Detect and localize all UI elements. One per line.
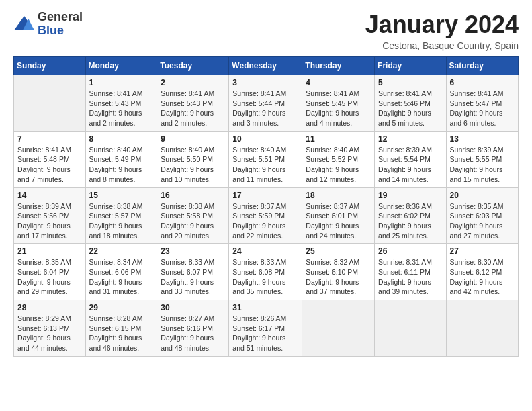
day-cell: 27Sunrise: 8:30 AM Sunset: 6:12 PM Dayli… — [446, 244, 518, 300]
day-cell — [375, 300, 447, 357]
day-info: Sunrise: 8:34 AM Sunset: 6:06 PM Dayligh… — [89, 257, 154, 297]
day-number: 1 — [89, 78, 154, 87]
day-number: 27 — [450, 246, 515, 256]
day-cell: 5Sunrise: 8:41 AM Sunset: 5:46 PM Daylig… — [375, 75, 447, 132]
day-number: 31 — [232, 303, 298, 312]
day-cell: 20Sunrise: 8:35 AM Sunset: 6:03 PM Dayli… — [446, 187, 518, 244]
day-cell: 25Sunrise: 8:32 AM Sunset: 6:10 PM Dayli… — [302, 244, 375, 300]
day-cell: 11Sunrise: 8:40 AM Sunset: 5:52 PM Dayli… — [302, 131, 375, 187]
day-number: 18 — [306, 191, 371, 200]
day-number: 16 — [161, 191, 225, 200]
day-number: 14 — [17, 191, 82, 200]
page-header: General Blue January 2024 Cestona, Basqu… — [13, 11, 519, 51]
day-cell: 17Sunrise: 8:37 AM Sunset: 5:59 PM Dayli… — [229, 187, 302, 244]
day-cell: 15Sunrise: 8:38 AM Sunset: 5:57 PM Dayli… — [85, 187, 157, 244]
header-cell-friday: Friday — [375, 57, 447, 75]
day-cell: 30Sunrise: 8:27 AM Sunset: 6:16 PM Dayli… — [157, 300, 229, 357]
day-number: 10 — [232, 134, 298, 144]
calendar-body: 1Sunrise: 8:41 AM Sunset: 5:43 PM Daylig… — [14, 75, 519, 357]
day-number: 30 — [161, 303, 225, 312]
logo-icon — [13, 13, 35, 35]
day-number: 2 — [161, 78, 225, 87]
day-cell: 10Sunrise: 8:40 AM Sunset: 5:51 PM Dayli… — [229, 131, 302, 187]
day-info: Sunrise: 8:28 AM Sunset: 6:15 PM Dayligh… — [89, 314, 154, 353]
day-cell: 18Sunrise: 8:37 AM Sunset: 6:01 PM Dayli… — [302, 187, 375, 244]
day-info: Sunrise: 8:27 AM Sunset: 6:16 PM Dayligh… — [161, 314, 225, 353]
day-cell: 16Sunrise: 8:38 AM Sunset: 5:58 PM Dayli… — [157, 187, 229, 244]
location: Cestona, Basque Country, Spain — [365, 40, 519, 51]
day-cell: 13Sunrise: 8:39 AM Sunset: 5:55 PM Dayli… — [446, 131, 518, 187]
day-cell: 26Sunrise: 8:31 AM Sunset: 6:11 PM Dayli… — [375, 244, 447, 300]
day-info: Sunrise: 8:40 AM Sunset: 5:49 PM Dayligh… — [89, 145, 154, 185]
week-row-3: 14Sunrise: 8:39 AM Sunset: 5:56 PM Dayli… — [14, 187, 519, 244]
day-info: Sunrise: 8:36 AM Sunset: 6:02 PM Dayligh… — [378, 201, 443, 241]
day-cell — [446, 300, 518, 357]
day-number: 6 — [450, 78, 515, 87]
day-info: Sunrise: 8:38 AM Sunset: 5:57 PM Dayligh… — [89, 201, 154, 241]
logo-blue-text: Blue — [38, 24, 83, 38]
day-number: 19 — [378, 191, 443, 200]
week-row-4: 21Sunrise: 8:35 AM Sunset: 6:04 PM Dayli… — [14, 244, 519, 300]
day-info: Sunrise: 8:33 AM Sunset: 6:08 PM Dayligh… — [232, 257, 298, 297]
day-number: 8 — [89, 134, 154, 144]
calendar-header: SundayMondayTuesdayWednesdayThursdayFrid… — [14, 57, 519, 75]
day-number: 13 — [450, 134, 515, 144]
day-info: Sunrise: 8:41 AM Sunset: 5:45 PM Dayligh… — [306, 89, 371, 128]
day-number: 21 — [17, 246, 82, 256]
day-number: 3 — [232, 78, 298, 87]
week-row-1: 1Sunrise: 8:41 AM Sunset: 5:43 PM Daylig… — [14, 75, 519, 132]
day-info: Sunrise: 8:35 AM Sunset: 6:03 PM Dayligh… — [450, 201, 515, 241]
logo-text: General Blue — [38, 11, 83, 38]
day-cell: 28Sunrise: 8:29 AM Sunset: 6:13 PM Dayli… — [14, 300, 86, 357]
day-cell: 7Sunrise: 8:41 AM Sunset: 5:48 PM Daylig… — [14, 131, 86, 187]
day-info: Sunrise: 8:40 AM Sunset: 5:52 PM Dayligh… — [306, 145, 371, 185]
day-cell: 12Sunrise: 8:39 AM Sunset: 5:54 PM Dayli… — [375, 131, 447, 187]
day-info: Sunrise: 8:39 AM Sunset: 5:54 PM Dayligh… — [378, 145, 443, 185]
day-number: 4 — [306, 78, 371, 87]
header-cell-sunday: Sunday — [14, 57, 86, 75]
day-cell: 29Sunrise: 8:28 AM Sunset: 6:15 PM Dayli… — [85, 300, 157, 357]
day-cell: 8Sunrise: 8:40 AM Sunset: 5:49 PM Daylig… — [85, 131, 157, 187]
day-info: Sunrise: 8:26 AM Sunset: 6:17 PM Dayligh… — [232, 314, 298, 353]
day-info: Sunrise: 8:37 AM Sunset: 6:01 PM Dayligh… — [306, 201, 371, 241]
day-info: Sunrise: 8:30 AM Sunset: 6:12 PM Dayligh… — [450, 257, 515, 297]
day-info: Sunrise: 8:40 AM Sunset: 5:50 PM Dayligh… — [161, 145, 225, 185]
day-info: Sunrise: 8:40 AM Sunset: 5:51 PM Dayligh… — [232, 145, 298, 185]
day-cell: 31Sunrise: 8:26 AM Sunset: 6:17 PM Dayli… — [229, 300, 302, 357]
week-row-2: 7Sunrise: 8:41 AM Sunset: 5:48 PM Daylig… — [14, 131, 519, 187]
header-cell-thursday: Thursday — [302, 57, 375, 75]
header-cell-tuesday: Tuesday — [157, 57, 229, 75]
day-info: Sunrise: 8:41 AM Sunset: 5:43 PM Dayligh… — [89, 89, 154, 128]
day-cell: 23Sunrise: 8:33 AM Sunset: 6:07 PM Dayli… — [157, 244, 229, 300]
day-cell: 21Sunrise: 8:35 AM Sunset: 6:04 PM Dayli… — [14, 244, 86, 300]
day-number: 12 — [378, 134, 443, 144]
day-cell: 6Sunrise: 8:41 AM Sunset: 5:47 PM Daylig… — [446, 75, 518, 132]
day-cell: 4Sunrise: 8:41 AM Sunset: 5:45 PM Daylig… — [302, 75, 375, 132]
day-number: 11 — [306, 134, 371, 144]
day-info: Sunrise: 8:41 AM Sunset: 5:43 PM Dayligh… — [161, 89, 225, 128]
calendar-table: SundayMondayTuesdayWednesdayThursdayFrid… — [13, 56, 519, 357]
day-cell: 9Sunrise: 8:40 AM Sunset: 5:50 PM Daylig… — [157, 131, 229, 187]
day-info: Sunrise: 8:32 AM Sunset: 6:10 PM Dayligh… — [306, 257, 371, 297]
day-info: Sunrise: 8:29 AM Sunset: 6:13 PM Dayligh… — [17, 314, 82, 353]
day-number: 15 — [89, 191, 154, 200]
day-info: Sunrise: 8:41 AM Sunset: 5:47 PM Dayligh… — [450, 89, 515, 128]
day-number: 23 — [161, 246, 225, 256]
day-cell — [302, 300, 375, 357]
day-info: Sunrise: 8:31 AM Sunset: 6:11 PM Dayligh… — [378, 257, 443, 297]
day-number: 26 — [378, 246, 443, 256]
day-info: Sunrise: 8:41 AM Sunset: 5:46 PM Dayligh… — [378, 89, 443, 128]
day-cell: 14Sunrise: 8:39 AM Sunset: 5:56 PM Dayli… — [14, 187, 86, 244]
day-number: 25 — [306, 246, 371, 256]
day-cell: 2Sunrise: 8:41 AM Sunset: 5:43 PM Daylig… — [157, 75, 229, 132]
day-cell: 19Sunrise: 8:36 AM Sunset: 6:02 PM Dayli… — [375, 187, 447, 244]
day-cell: 22Sunrise: 8:34 AM Sunset: 6:06 PM Dayli… — [85, 244, 157, 300]
day-cell — [14, 75, 86, 132]
week-row-5: 28Sunrise: 8:29 AM Sunset: 6:13 PM Dayli… — [14, 300, 519, 357]
day-cell: 24Sunrise: 8:33 AM Sunset: 6:08 PM Dayli… — [229, 244, 302, 300]
day-info: Sunrise: 8:35 AM Sunset: 6:04 PM Dayligh… — [17, 257, 82, 297]
month-title: January 2024 — [365, 11, 519, 39]
day-number: 20 — [450, 191, 515, 200]
header-row: SundayMondayTuesdayWednesdayThursdayFrid… — [14, 57, 519, 75]
day-number: 28 — [17, 303, 82, 312]
